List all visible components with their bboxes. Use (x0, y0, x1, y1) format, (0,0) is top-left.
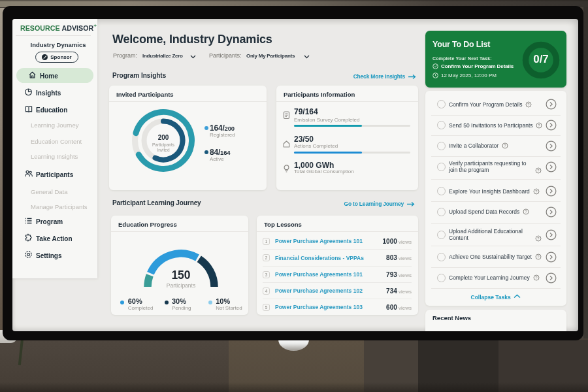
svg-text:?: ? (538, 123, 541, 127)
svg-text:?: ? (504, 144, 506, 148)
svg-text:?: ? (535, 189, 538, 193)
svg-text:?: ? (537, 255, 540, 259)
svg-text:?: ? (525, 210, 527, 214)
svg-text:?: ? (535, 276, 538, 280)
svg-text:?: ? (537, 237, 540, 240)
svg-text:?: ? (537, 169, 540, 172)
svg-text:?: ? (528, 103, 531, 106)
